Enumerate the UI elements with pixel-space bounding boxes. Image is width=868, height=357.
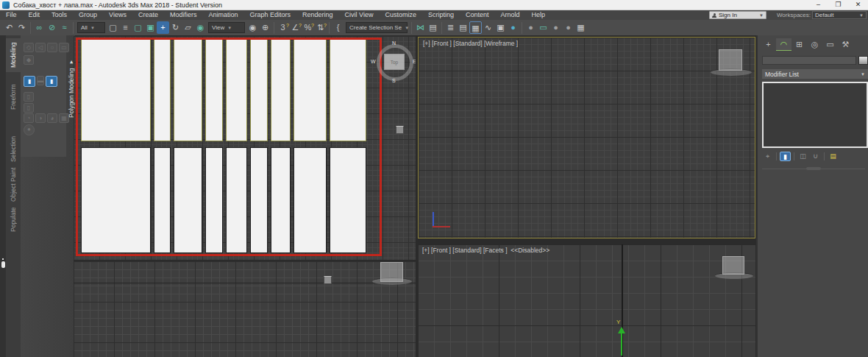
command-tab-hierarchy[interactable]: ⊞: [791, 38, 807, 51]
maximize-button[interactable]: ❐: [828, 0, 848, 10]
select-and-manipulate-icon[interactable]: ⊕: [259, 21, 271, 34]
schematic-view-icon[interactable]: ▣: [494, 21, 507, 34]
rollout-grip[interactable]: [806, 167, 821, 170]
ribbon-button-2-0[interactable]: ▮: [24, 76, 35, 87]
select-and-scale-icon[interactable]: ▱: [182, 21, 194, 34]
layer-explorer-icon[interactable]: ≣: [444, 21, 457, 34]
pin-stack-icon[interactable]: ⌖: [762, 152, 773, 161]
use-pivot-point-icon[interactable]: ◉: [246, 21, 259, 34]
edit-named-selection-sets-icon[interactable]: {: [332, 21, 344, 34]
align-icon[interactable]: ▤: [427, 21, 439, 34]
ribbon-button-5-0[interactable]: ◔: [24, 113, 34, 123]
render-production-icon[interactable]: ●: [549, 21, 562, 34]
undo-icon[interactable]: ↶: [3, 21, 15, 34]
ribbon-button-4-0[interactable]: ▯: [24, 103, 34, 113]
viewcube-face[interactable]: [719, 49, 742, 71]
viewport-label[interactable]: [+] [Front ] [Standard] [Wireframe ]: [423, 40, 518, 47]
reference-coordinate-dropdown[interactable]: View▼: [208, 22, 245, 33]
command-tab-modify[interactable]: ◠: [776, 38, 791, 51]
menu-item-tools[interactable]: Tools: [46, 10, 73, 20]
scene-explorer-icon[interactable]: ▤: [457, 21, 469, 34]
viewport-label[interactable]: [+] [Front ] [Standard] [Facets ] <<Disa…: [422, 247, 549, 254]
ribbon-tab-freeform[interactable]: Freeform: [6, 81, 21, 113]
menu-item-animation[interactable]: Animation: [202, 10, 243, 20]
ribbon-tab-selection[interactable]: Selection: [6, 132, 21, 166]
selection-filter-dropdown[interactable]: All▼: [77, 22, 105, 33]
material-editor-icon[interactable]: ●: [507, 21, 519, 34]
select-and-link-icon[interactable]: ∞: [33, 21, 46, 34]
ribbon-button-0-1[interactable]: ◁: [35, 43, 46, 52]
select-by-name-icon[interactable]: ≡: [119, 21, 132, 34]
ribbon-button-6-0[interactable]: ●: [24, 124, 35, 135]
select-and-move-icon[interactable]: +: [157, 21, 169, 34]
object-color-swatch[interactable]: [858, 56, 868, 65]
menu-item-views[interactable]: Views: [103, 10, 132, 20]
render-flags-icon[interactable]: ▦: [574, 21, 587, 34]
command-tab-create[interactable]: +: [761, 38, 776, 51]
angle-snap-icon[interactable]: ∠?: [289, 21, 302, 34]
object-name-field[interactable]: [762, 56, 856, 65]
ribbon-tab-modeling[interactable]: Modeling: [6, 38, 21, 72]
ribbon-button-2-1[interactable]: ▬: [37, 76, 44, 85]
ribbon-button-5-1[interactable]: ◑: [35, 113, 46, 123]
viewport-top-right[interactable]: [+] [Front ] [Standard] [Wireframe ]: [418, 37, 755, 238]
menu-item-group[interactable]: Group: [73, 10, 103, 20]
snaps-toggle-icon[interactable]: 3?: [277, 21, 289, 34]
minimize-button[interactable]: –: [808, 0, 828, 10]
ribbon-collapse-handle[interactable]: [1, 261, 5, 268]
modifier-stack[interactable]: [762, 82, 868, 148]
ribbon-button-3-0[interactable]: ▯: [24, 92, 34, 102]
ribbon-tab-object-paint[interactable]: Object Paint: [6, 166, 21, 203]
ribbon-button-1-0[interactable]: ◆: [24, 55, 34, 65]
menu-item-create[interactable]: Create: [132, 10, 164, 20]
toggle-ribbon-icon[interactable]: ▦: [469, 21, 482, 34]
close-button[interactable]: ✕: [848, 0, 868, 10]
viewport-bottom-right[interactable]: [+] [Front ] [Standard] [Facets ] <<Disa…: [418, 244, 755, 357]
select-and-rotate-icon[interactable]: ↻: [169, 21, 182, 34]
menu-item-rendering[interactable]: Rendering: [296, 10, 339, 20]
remove-modifier-icon[interactable]: ∪: [810, 152, 821, 161]
make-unique-icon[interactable]: ◫: [797, 152, 808, 161]
menu-item-help[interactable]: Help: [525, 10, 551, 20]
viewport-top-left[interactable]: N S W E Top: [74, 36, 416, 260]
named-selection-sets-dropdown[interactable]: Create Selection Se▼: [346, 22, 408, 33]
command-tab-display[interactable]: ▭: [822, 38, 838, 51]
ribbon-button-0-0[interactable]: ◇: [24, 43, 34, 52]
ribbon-tab-populate[interactable]: Populate: [6, 204, 21, 236]
mirror-icon[interactable]: ⋈: [414, 21, 427, 34]
ribbon-button-0-2[interactable]: ○: [47, 43, 57, 52]
viewcube-face[interactable]: [380, 262, 403, 282]
menu-item-content[interactable]: Content: [460, 10, 495, 20]
gizmo-y-arrowhead-icon[interactable]: [618, 327, 625, 333]
window-crossing-icon[interactable]: ▣: [144, 21, 157, 34]
render-setup-icon[interactable]: ●: [524, 21, 537, 34]
viewport-bottom-left[interactable]: [74, 261, 416, 357]
percent-snap-icon[interactable]: %?: [302, 21, 314, 34]
render-in-cloud-icon[interactable]: ●: [562, 21, 574, 34]
sign-in-button[interactable]: Sign In ▼: [709, 11, 766, 19]
menu-item-customize[interactable]: Customize: [379, 10, 422, 20]
select-object-icon[interactable]: ▢: [107, 21, 119, 34]
redo-icon[interactable]: ↷: [15, 21, 28, 34]
command-tab-utilities[interactable]: ⚒: [838, 38, 853, 51]
menu-item-edit[interactable]: Edit: [23, 10, 46, 20]
select-and-place-icon[interactable]: ◉: [194, 21, 207, 34]
menu-item-graph-editors[interactable]: Graph Editors: [243, 10, 296, 20]
bind-to-space-warp-icon[interactable]: ≈: [58, 21, 71, 34]
spinner-snap-icon[interactable]: ⇅?: [314, 21, 327, 34]
ribbon-button-2-2[interactable]: ▮: [46, 76, 57, 87]
workspace-dropdown[interactable]: Default ▼: [812, 11, 867, 19]
rectangular-selection-region-icon[interactable]: ▢: [132, 21, 144, 34]
menu-item-scripting[interactable]: Scripting: [422, 10, 460, 20]
show-end-result-icon[interactable]: ▮: [780, 152, 791, 161]
curve-editor-icon[interactable]: ∿: [482, 21, 494, 34]
viewcube-face[interactable]: Top: [384, 54, 405, 70]
polygon-modeling-panel-header[interactable]: Polygon Modeling ▾: [66, 35, 76, 142]
gizmo-y-axis-icon[interactable]: [621, 333, 622, 356]
menu-item-modifiers[interactable]: Modifiers: [164, 10, 203, 20]
ribbon-button-5-2[interactable]: ◕: [47, 113, 57, 123]
command-tab-motion[interactable]: ◎: [807, 38, 822, 51]
modifier-list-dropdown[interactable]: Modifier List ▼: [762, 69, 868, 79]
menu-item-civil-view[interactable]: Civil View: [339, 10, 380, 20]
unlink-selection-icon[interactable]: ⊘: [46, 21, 58, 34]
